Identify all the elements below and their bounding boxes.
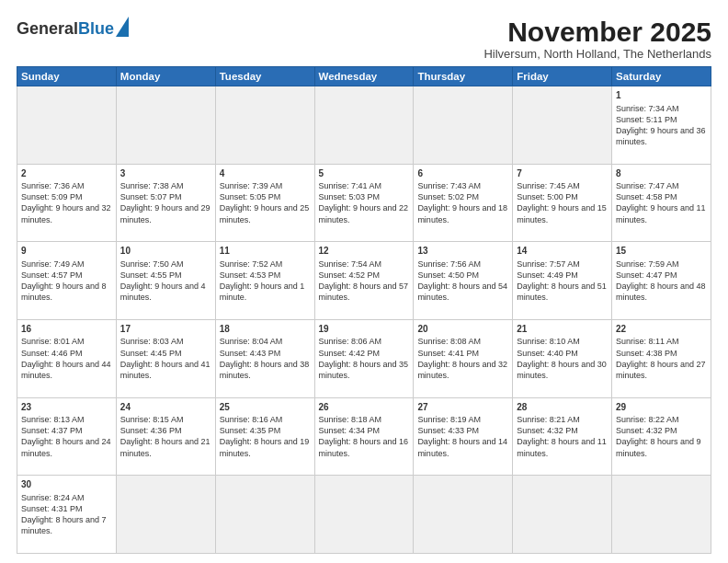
calendar-cell [314, 476, 414, 554]
col-wednesday: Wednesday [314, 67, 414, 86]
day-number: 10 [120, 245, 211, 258]
day-number: 1 [616, 89, 707, 102]
day-number: 21 [517, 323, 608, 336]
day-number: 4 [220, 167, 311, 180]
calendar-cell: 22Sunrise: 8:11 AM Sunset: 4:38 PM Dayli… [612, 319, 711, 397]
calendar-week-row: 1Sunrise: 7:34 AM Sunset: 5:11 PM Daylig… [17, 86, 711, 165]
calendar-cell: 4Sunrise: 7:39 AM Sunset: 5:05 PM Daylig… [215, 164, 314, 242]
calendar-cell: 20Sunrise: 8:08 AM Sunset: 4:41 PM Dayli… [414, 319, 513, 397]
day-number: 27 [417, 401, 508, 414]
day-info: Sunrise: 7:36 AM Sunset: 5:09 PM Dayligh… [21, 180, 112, 225]
calendar-cell [513, 86, 612, 165]
calendar-cell [116, 476, 215, 554]
calendar: Sunday Monday Tuesday Wednesday Thursday… [17, 66, 711, 554]
day-number: 29 [616, 401, 707, 414]
day-number: 12 [319, 245, 410, 258]
day-number: 13 [417, 245, 508, 258]
calendar-cell: 7Sunrise: 7:45 AM Sunset: 5:00 PM Daylig… [513, 164, 612, 242]
calendar-cell: 27Sunrise: 8:19 AM Sunset: 4:33 PM Dayli… [414, 397, 513, 476]
col-friday: Friday [513, 67, 612, 86]
day-number: 23 [21, 401, 112, 414]
calendar-cell: 29Sunrise: 8:22 AM Sunset: 4:32 PM Dayli… [612, 397, 711, 476]
day-info: Sunrise: 8:15 AM Sunset: 4:36 PM Dayligh… [120, 414, 211, 459]
day-number: 24 [120, 401, 211, 414]
logo-blue: Blue [78, 19, 114, 38]
calendar-cell: 19Sunrise: 8:06 AM Sunset: 4:42 PM Dayli… [314, 319, 414, 397]
day-info: Sunrise: 8:21 AM Sunset: 4:32 PM Dayligh… [517, 414, 608, 459]
calendar-cell: 23Sunrise: 8:13 AM Sunset: 4:37 PM Dayli… [17, 397, 117, 476]
day-number: 8 [616, 167, 707, 180]
day-number: 15 [616, 245, 707, 258]
logo: GeneralBlue [17, 17, 129, 37]
calendar-cell: 28Sunrise: 8:21 AM Sunset: 4:32 PM Dayli… [513, 397, 612, 476]
calendar-cell: 6Sunrise: 7:43 AM Sunset: 5:02 PM Daylig… [414, 164, 513, 242]
day-info: Sunrise: 8:01 AM Sunset: 4:46 PM Dayligh… [21, 336, 112, 381]
calendar-cell: 12Sunrise: 7:54 AM Sunset: 4:52 PM Dayli… [314, 242, 414, 320]
calendar-cell [215, 86, 314, 165]
day-number: 11 [220, 245, 311, 258]
day-info: Sunrise: 7:38 AM Sunset: 5:07 PM Dayligh… [120, 180, 211, 225]
col-tuesday: Tuesday [215, 67, 314, 86]
calendar-cell: 16Sunrise: 8:01 AM Sunset: 4:46 PM Dayli… [17, 319, 117, 397]
calendar-cell: 1Sunrise: 7:34 AM Sunset: 5:11 PM Daylig… [612, 86, 711, 165]
calendar-cell: 14Sunrise: 7:57 AM Sunset: 4:49 PM Dayli… [513, 242, 612, 320]
day-info: Sunrise: 7:41 AM Sunset: 5:03 PM Dayligh… [319, 180, 410, 225]
day-info: Sunrise: 8:22 AM Sunset: 4:32 PM Dayligh… [616, 414, 707, 459]
calendar-cell: 8Sunrise: 7:47 AM Sunset: 4:58 PM Daylig… [612, 164, 711, 242]
location: Hilversum, North Holland, The Netherland… [483, 47, 711, 61]
day-number: 9 [21, 245, 112, 258]
calendar-week-row: 9Sunrise: 7:49 AM Sunset: 4:57 PM Daylig… [17, 242, 711, 320]
day-info: Sunrise: 8:11 AM Sunset: 4:38 PM Dayligh… [616, 336, 707, 381]
day-number: 3 [120, 167, 211, 180]
calendar-cell: 25Sunrise: 8:16 AM Sunset: 4:35 PM Dayli… [215, 397, 314, 476]
day-info: Sunrise: 8:18 AM Sunset: 4:34 PM Dayligh… [319, 414, 410, 459]
day-info: Sunrise: 7:34 AM Sunset: 5:11 PM Dayligh… [616, 103, 707, 148]
day-info: Sunrise: 8:13 AM Sunset: 4:37 PM Dayligh… [21, 414, 112, 459]
calendar-cell: 21Sunrise: 8:10 AM Sunset: 4:40 PM Dayli… [513, 319, 612, 397]
day-number: 14 [517, 245, 608, 258]
calendar-cell [414, 476, 513, 554]
day-number: 30 [21, 478, 112, 491]
day-info: Sunrise: 8:04 AM Sunset: 4:43 PM Dayligh… [220, 336, 311, 381]
day-info: Sunrise: 7:57 AM Sunset: 4:49 PM Dayligh… [517, 259, 608, 304]
day-info: Sunrise: 7:56 AM Sunset: 4:50 PM Dayligh… [417, 259, 508, 304]
logo-triangle-icon [116, 17, 129, 37]
calendar-week-row: 30Sunrise: 8:24 AM Sunset: 4:31 PM Dayli… [17, 476, 711, 554]
calendar-cell: 30Sunrise: 8:24 AM Sunset: 4:31 PM Dayli… [17, 476, 117, 554]
calendar-cell: 9Sunrise: 7:49 AM Sunset: 4:57 PM Daylig… [17, 242, 117, 320]
day-number: 16 [21, 323, 112, 336]
day-number: 7 [517, 167, 608, 180]
calendar-cell: 10Sunrise: 7:50 AM Sunset: 4:55 PM Dayli… [116, 242, 215, 320]
calendar-cell: 24Sunrise: 8:15 AM Sunset: 4:36 PM Dayli… [116, 397, 215, 476]
page: GeneralBlue November 2025 Hilversum, Nor… [0, 0, 728, 563]
day-info: Sunrise: 7:49 AM Sunset: 4:57 PM Dayligh… [21, 259, 112, 304]
calendar-header-row: Sunday Monday Tuesday Wednesday Thursday… [17, 67, 711, 86]
day-info: Sunrise: 8:10 AM Sunset: 4:40 PM Dayligh… [517, 336, 608, 381]
calendar-cell: 26Sunrise: 8:18 AM Sunset: 4:34 PM Dayli… [314, 397, 414, 476]
day-info: Sunrise: 8:08 AM Sunset: 4:41 PM Dayligh… [417, 336, 508, 381]
calendar-cell [17, 86, 117, 165]
day-info: Sunrise: 7:50 AM Sunset: 4:55 PM Dayligh… [120, 259, 211, 304]
calendar-week-row: 23Sunrise: 8:13 AM Sunset: 4:37 PM Dayli… [17, 397, 711, 476]
day-number: 5 [319, 167, 410, 180]
calendar-cell [414, 86, 513, 165]
day-number: 2 [21, 167, 112, 180]
calendar-cell: 2Sunrise: 7:36 AM Sunset: 5:09 PM Daylig… [17, 164, 117, 242]
calendar-cell: 13Sunrise: 7:56 AM Sunset: 4:50 PM Dayli… [414, 242, 513, 320]
day-number: 19 [319, 323, 410, 336]
day-info: Sunrise: 7:43 AM Sunset: 5:02 PM Dayligh… [417, 180, 508, 225]
logo-text: GeneralBlue [17, 20, 114, 37]
calendar-cell: 11Sunrise: 7:52 AM Sunset: 4:53 PM Dayli… [215, 242, 314, 320]
day-number: 20 [417, 323, 508, 336]
day-number: 17 [120, 323, 211, 336]
day-info: Sunrise: 7:54 AM Sunset: 4:52 PM Dayligh… [319, 259, 410, 304]
col-saturday: Saturday [612, 67, 711, 86]
day-number: 6 [417, 167, 508, 180]
calendar-cell: 18Sunrise: 8:04 AM Sunset: 4:43 PM Dayli… [215, 319, 314, 397]
calendar-cell: 3Sunrise: 7:38 AM Sunset: 5:07 PM Daylig… [116, 164, 215, 242]
calendar-cell [314, 86, 414, 165]
calendar-cell: 15Sunrise: 7:59 AM Sunset: 4:47 PM Dayli… [612, 242, 711, 320]
day-number: 28 [517, 401, 608, 414]
calendar-week-row: 16Sunrise: 8:01 AM Sunset: 4:46 PM Dayli… [17, 319, 711, 397]
day-number: 18 [220, 323, 311, 336]
